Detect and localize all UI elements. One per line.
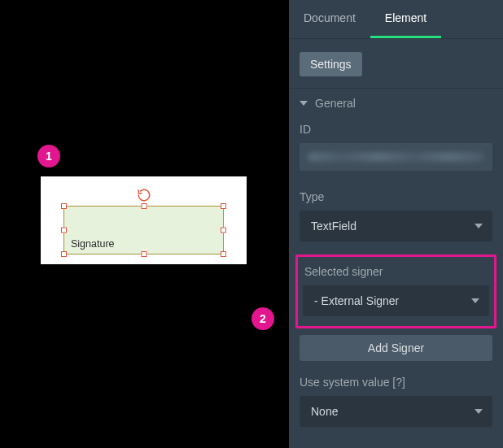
section-general-header[interactable]: General: [289, 88, 503, 116]
annotation-badge-2: 2: [252, 307, 274, 330]
signer-label: Selected signer: [304, 265, 489, 278]
chevron-down-icon: [471, 298, 479, 303]
signer-value: - External Signer: [314, 294, 399, 307]
resize-handle-bl[interactable]: [61, 251, 67, 257]
add-signer-button[interactable]: Add Signer: [300, 335, 492, 361]
tab-document[interactable]: Document: [289, 0, 370, 38]
resize-handle-ml[interactable]: [61, 228, 67, 233]
settings-row: Settings: [289, 39, 503, 88]
signature-field-label: Signature: [71, 238, 115, 250]
type-select[interactable]: TextField: [300, 211, 492, 241]
selected-signer-highlight: Selected signer - External Signer: [295, 254, 496, 328]
resize-handle-br[interactable]: [221, 251, 226, 257]
type-value: TextField: [311, 220, 356, 233]
resize-handle-mr[interactable]: [221, 228, 226, 233]
system-value-value: None: [311, 405, 338, 418]
resize-handle-tl[interactable]: [61, 203, 67, 209]
system-value-select[interactable]: None: [300, 396, 492, 427]
field-type: Type TextField: [289, 184, 503, 254]
signature-card: Signature: [41, 176, 247, 264]
tab-element[interactable]: Element: [370, 0, 441, 38]
rotate-icon[interactable]: [137, 188, 151, 205]
field-system-value: Use system value [?] None: [289, 376, 503, 440]
annotation-badge-1: 1: [37, 145, 60, 167]
settings-chip[interactable]: Settings: [300, 52, 362, 76]
field-id: ID: [289, 116, 503, 184]
canvas-area: 1 2 Signature: [0, 0, 289, 448]
chevron-down-icon: [475, 409, 483, 414]
chevron-down-icon: [475, 224, 483, 228]
panel-tabs: Document Element: [289, 0, 503, 39]
resize-handle-tm[interactable]: [141, 203, 147, 209]
type-label: Type: [300, 190, 492, 203]
section-title: General: [315, 97, 356, 110]
chevron-down-icon: [300, 101, 308, 106]
resize-handle-tr[interactable]: [221, 203, 226, 209]
signature-field[interactable]: Signature: [63, 206, 224, 254]
properties-panel: Document Element Settings General ID Typ…: [289, 0, 503, 448]
signer-select[interactable]: - External Signer: [303, 285, 489, 316]
id-label: ID: [300, 123, 492, 136]
system-value-label: Use system value [?]: [300, 376, 492, 389]
resize-handle-bm[interactable]: [141, 251, 147, 257]
id-input[interactable]: [300, 143, 492, 171]
